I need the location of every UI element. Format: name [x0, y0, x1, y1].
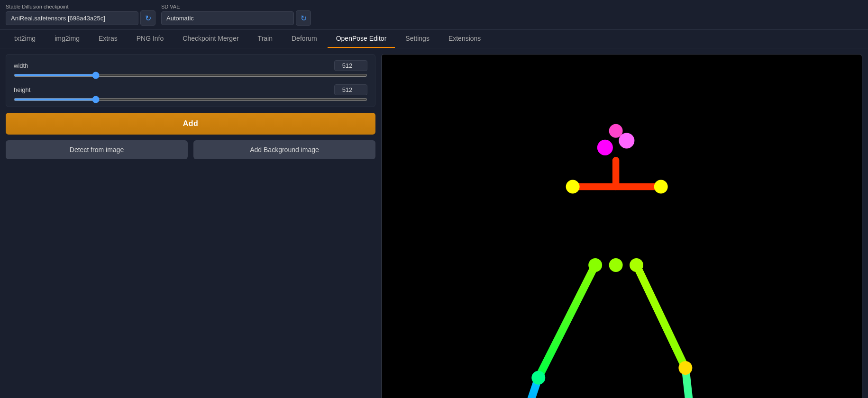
vae-wrapper: Automatic ↻: [161, 10, 311, 26]
tab-openpose-editor[interactable]: OpenPose Editor: [328, 30, 395, 48]
tab-extensions[interactable]: Extensions: [440, 30, 489, 48]
secondary-buttons: Detect from image Add Background image: [6, 140, 375, 159]
svg-point-10: [630, 258, 643, 272]
pose-svg: [382, 54, 862, 398]
detect-from-image-button[interactable]: Detect from image: [6, 140, 188, 159]
height-slider-row: height: [14, 84, 367, 101]
checkpoint-wrapper: AniReal.safetensors [698a43a25c] ↻: [6, 10, 155, 26]
height-label: height: [14, 86, 30, 93]
left-panel: width height Add Detect from image Add B…: [6, 54, 375, 398]
svg-line-7: [539, 265, 595, 378]
tab-checkpoint-merger[interactable]: Checkpoint Merger: [174, 30, 247, 48]
canvas-area: [381, 54, 862, 398]
checkpoint-select[interactable]: AniReal.safetensors [698a43a25c]: [6, 11, 138, 25]
checkpoint-dropdown-container: Stable Diffusion checkpoint AniReal.safe…: [6, 4, 155, 26]
vae-label: SD VAE: [161, 4, 311, 9]
width-slider-header: width: [14, 60, 367, 71]
tab-txt2img[interactable]: txt2img: [6, 30, 44, 48]
width-label: width: [14, 62, 28, 69]
tab-png-info[interactable]: PNG Info: [128, 30, 173, 48]
height-range-slider[interactable]: [14, 98, 367, 101]
svg-line-8: [637, 265, 685, 368]
svg-point-9: [588, 258, 602, 272]
tab-bar: txt2img img2img Extras PNG Info Checkpoi…: [0, 30, 868, 48]
width-slider-row: width: [14, 60, 367, 77]
svg-point-5: [566, 180, 580, 194]
width-range-slider[interactable]: [14, 74, 367, 77]
svg-point-13: [531, 371, 545, 385]
tab-deforum[interactable]: Deforum: [283, 30, 326, 48]
vae-refresh-button[interactable]: ↻: [296, 10, 311, 26]
height-value-input[interactable]: [334, 84, 367, 95]
svg-point-6: [654, 180, 668, 194]
svg-point-2: [609, 124, 623, 138]
svg-point-14: [678, 361, 692, 375]
svg-point-0: [597, 140, 613, 155]
vae-dropdown-container: SD VAE Automatic ↻: [161, 4, 311, 26]
checkpoint-label: Stable Diffusion checkpoint: [6, 4, 155, 9]
checkpoint-refresh-button[interactable]: ↻: [140, 10, 155, 26]
tab-settings[interactable]: Settings: [397, 30, 438, 48]
slider-section: width height: [6, 54, 375, 107]
add-background-image-button[interactable]: Add Background image: [193, 140, 375, 159]
tab-img2img[interactable]: img2img: [46, 30, 88, 48]
svg-point-18: [609, 258, 623, 272]
svg-line-11: [497, 378, 539, 398]
add-button[interactable]: Add: [6, 113, 375, 135]
tab-extras[interactable]: Extras: [90, 30, 126, 48]
width-value-input[interactable]: [334, 60, 367, 71]
height-slider-header: height: [14, 84, 367, 95]
right-panel: Save PNG Send to ControlNet: [381, 54, 862, 398]
header: Stable Diffusion checkpoint AniReal.safe…: [0, 0, 868, 30]
tab-train[interactable]: Train: [249, 30, 281, 48]
vae-select[interactable]: Automatic: [161, 11, 294, 25]
main-content: width height Add Detect from image Add B…: [0, 48, 868, 398]
